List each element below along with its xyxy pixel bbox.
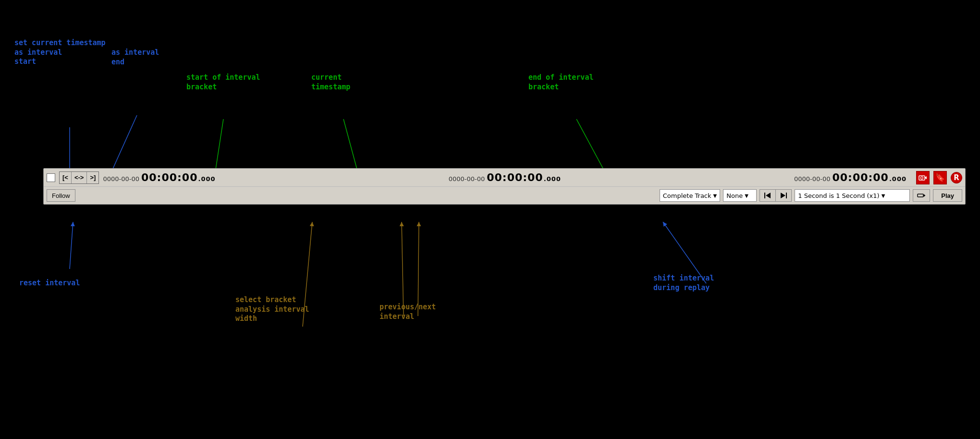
svg-line-8: [418, 222, 419, 316]
none-arrow: ▼: [745, 193, 748, 198]
annotation-prev-next: previous/nextinterval: [380, 303, 436, 321]
annotation-current-timestamp: currenttimestamp: [311, 73, 350, 92]
camera-btn[interactable]: [916, 171, 930, 184]
play-button[interactable]: Play: [933, 189, 962, 202]
annotation-set-interval-end: as intervalend: [111, 48, 159, 67]
checkbox-btn[interactable]: [47, 173, 55, 182]
timestamp-end: 0000-00-00 00:00:00.000: [641, 171, 912, 183]
annotation-end-bracket: end of intervalbracket: [528, 73, 593, 92]
nav-btn-interval[interactable]: <->: [72, 172, 87, 183]
annotation-reset-interval: reset interval: [19, 279, 80, 288]
svg-rect-18: [786, 193, 787, 198]
svg-line-7: [402, 222, 404, 316]
annotation-shift-interval: shift intervalduring replay: [653, 274, 714, 293]
shift-interval-btn[interactable]: [913, 189, 930, 202]
svg-rect-16: [764, 193, 765, 198]
speed-dropdown[interactable]: 1 Second is 1 Second (x1) ▼: [795, 189, 910, 202]
svg-marker-17: [766, 193, 771, 198]
ts3-time: 00:00:00.000: [832, 171, 906, 183]
next-interval-btn[interactable]: [776, 190, 791, 201]
none-dropdown[interactable]: None ▼: [723, 189, 757, 202]
svg-rect-20: [918, 194, 923, 197]
complete-track-arrow: ▼: [713, 193, 717, 198]
nav-btn-group: [< <-> >]: [59, 171, 99, 184]
record-btn[interactable]: R: [951, 172, 962, 183]
timestamp-start: 0000-00-00 00:00:00.000: [103, 171, 368, 183]
bookmark-btn[interactable]: 🔖: [933, 171, 947, 184]
ts2-time: 00:00:00.000: [487, 171, 561, 183]
timestamp-current: 0000-00-00 00:00:00.000: [372, 171, 637, 183]
ts1-time: 00:00:00.000: [141, 171, 216, 183]
toolbar: [< <-> >] 0000-00-00 00:00:00.000 0000-0…: [43, 168, 966, 205]
nav-btn-end[interactable]: >]: [87, 172, 98, 183]
toolbar-row1: [< <-> >] 0000-00-00 00:00:00.000 0000-0…: [44, 169, 965, 187]
ts1-date: 0000-00-00: [103, 175, 139, 183]
toolbar-row2: Follow Complete Track ▼ None ▼: [44, 187, 965, 204]
follow-button[interactable]: Follow: [47, 189, 75, 202]
complete-track-dropdown[interactable]: Complete Track ▼: [660, 189, 721, 202]
svg-line-5: [70, 222, 73, 269]
speed-arrow: ▼: [882, 193, 885, 198]
prev-interval-btn[interactable]: [760, 190, 776, 201]
svg-marker-22: [924, 194, 925, 197]
annotation-select-bracket: select bracketanalysis intervalwidth: [235, 295, 309, 324]
nav-btn-start[interactable]: [<: [60, 172, 72, 183]
svg-rect-13: [919, 176, 925, 180]
annotation-set-interval-start: set current timestampas intervalstart: [14, 38, 106, 67]
svg-point-15: [921, 177, 923, 179]
ts2-date: 0000-00-00: [449, 175, 485, 183]
svg-marker-19: [781, 193, 785, 198]
ts3-date: 0000-00-00: [794, 175, 831, 183]
interval-btn-group: [760, 189, 792, 202]
annotation-start-bracket: start of intervalbracket: [186, 73, 260, 92]
